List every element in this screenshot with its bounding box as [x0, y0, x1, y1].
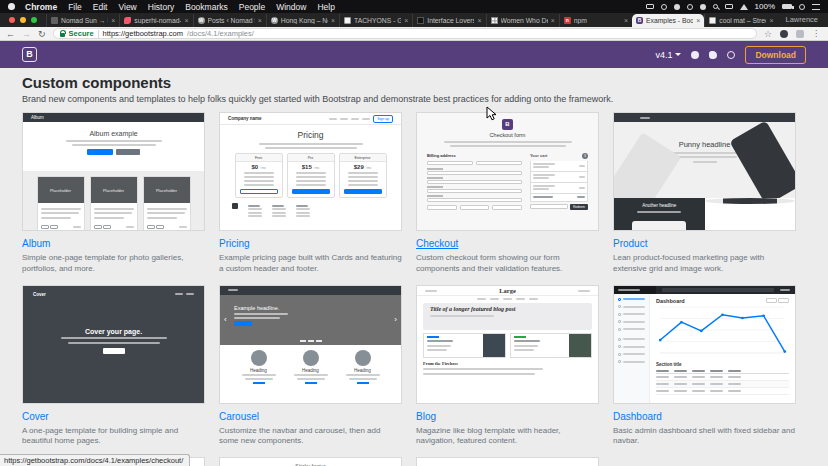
- browser-tab[interactable]: n npm ×: [559, 14, 632, 27]
- sticky-footer-navbar-thumbnail[interactable]: [416, 457, 599, 466]
- dashboard-link[interactable]: Dashboard: [613, 411, 662, 422]
- checkout-link[interactable]: Checkout: [416, 238, 458, 249]
- menubar-item[interactable]: History: [148, 2, 174, 12]
- pricing-link[interactable]: Pricing: [219, 238, 250, 249]
- screen-mirror-icon[interactable]: [646, 4, 654, 9]
- browser-tab[interactable]: superhi-nomad-sun ×: [119, 14, 192, 27]
- product-description: Lean product-focused marketing page with…: [613, 253, 796, 275]
- notification-center-icon[interactable]: [812, 4, 820, 10]
- browser-tab[interactable]: Nomad Sun → Proje ×: [46, 14, 119, 27]
- zoom-window-button[interactable]: [31, 17, 37, 23]
- album-secondary-button: [116, 149, 140, 155]
- tab-close-icon[interactable]: ×: [696, 17, 700, 24]
- product-thumbnail[interactable]: Punny headline Another headline Another …: [613, 112, 796, 231]
- spotlight-search-icon[interactable]: [713, 4, 718, 9]
- extension-icon[interactable]: [780, 30, 788, 38]
- macos-menubar: Chrome FileEditViewHistoryBookmarksPeopl…: [0, 0, 828, 13]
- browser-tab[interactable]: W Posts ‹ Nomad Sun ×: [193, 14, 266, 27]
- onepassword-icon[interactable]: [674, 4, 680, 10]
- extension-icon-2[interactable]: [796, 30, 804, 38]
- tab-close-icon[interactable]: ×: [111, 17, 115, 24]
- album-link[interactable]: Album: [22, 238, 50, 249]
- minimize-window-button[interactable]: [20, 17, 26, 23]
- browser-tab[interactable]: Interface Lovers | H ×: [412, 14, 485, 27]
- cart-summary: Your cart3 Redeem: [530, 153, 588, 211]
- album-thumb-hero: Album example: [23, 122, 204, 171]
- favicon-doc-icon: [344, 17, 351, 24]
- version-dropdown[interactable]: v4.1: [655, 50, 681, 60]
- carousel-thumb-columns: Heading Heading Heading: [220, 345, 401, 384]
- tab-close-icon[interactable]: ×: [258, 17, 262, 24]
- tab-title: Examples - Bootstrap: [646, 17, 693, 24]
- wifi-icon[interactable]: [740, 4, 748, 10]
- product-thumb-navbar: [614, 113, 795, 122]
- tab-close-icon[interactable]: ×: [769, 17, 773, 24]
- tab-close-icon[interactable]: ×: [404, 17, 408, 24]
- browser-tab[interactable]: Women Who Design ×: [486, 14, 559, 27]
- screen: Chrome FileEditViewHistoryBookmarksPeopl…: [0, 0, 828, 466]
- browser-tab[interactable]: B Examples - Bootstrap ×: [632, 14, 704, 27]
- siri-icon[interactable]: [799, 4, 805, 10]
- menubar-app-name[interactable]: Chrome: [25, 2, 57, 12]
- menubar-item[interactable]: Edit: [93, 2, 108, 12]
- menubar-item[interactable]: Bookmarks: [185, 2, 228, 12]
- forward-icon[interactable]: →: [22, 28, 31, 40]
- checkout-bootstrap-logo: B: [502, 119, 513, 130]
- example-card-carousel: ‹ › Example headline. Heading Heading He…: [219, 285, 402, 448]
- blog-thumbnail[interactable]: Large Title of a longer featured blog po…: [416, 285, 599, 404]
- back-icon[interactable]: ←: [6, 28, 15, 40]
- display-icon[interactable]: [725, 4, 733, 9]
- example-card-partial-sticky-navbar: [416, 457, 599, 466]
- browser-tab[interactable]: cool mat – Street fo ×: [704, 14, 777, 27]
- tab-close-icon[interactable]: ×: [184, 17, 188, 24]
- browser-tab[interactable]: TACHYONS - Gallery ×: [339, 14, 412, 27]
- dashboard-thumbnail[interactable]: Dashboard: [613, 285, 796, 404]
- menubar-item[interactable]: File: [68, 2, 82, 12]
- favicon-interface-lovers-icon: [417, 17, 424, 24]
- bootstrap-brand-logo[interactable]: B: [22, 47, 37, 62]
- slack-icon[interactable]: [727, 51, 735, 59]
- twitter-icon[interactable]: [709, 51, 717, 59]
- circle-status-icon[interactable]: [700, 4, 706, 10]
- apple-icon[interactable]: [8, 3, 15, 10]
- info-icon[interactable]: [661, 4, 667, 10]
- pricing-thumb-header: Company name Sign up: [220, 113, 401, 125]
- secure-label[interactable]: Secure: [69, 29, 94, 38]
- tab-close-icon[interactable]: ×: [551, 17, 555, 24]
- menubar-item[interactable]: Help: [317, 2, 334, 12]
- pricing-thumbnail[interactable]: Company name Sign up Pricing Free$0 / mo…: [219, 112, 402, 231]
- cover-button: [103, 348, 125, 354]
- browser-tab[interactable]: W Hong Kong – Nomad ×: [266, 14, 339, 27]
- blog-description: Magazine like blog template with header,…: [416, 426, 599, 448]
- menubar-item[interactable]: View: [118, 2, 136, 12]
- reload-icon[interactable]: ↻: [38, 28, 46, 40]
- github-icon[interactable]: [691, 51, 699, 59]
- flower-icon[interactable]: [687, 4, 693, 10]
- close-window-button[interactable]: [9, 17, 15, 23]
- tab-close-icon[interactable]: ×: [331, 17, 335, 24]
- carousel-link[interactable]: Carousel: [219, 411, 259, 422]
- menubar-item[interactable]: Window: [276, 2, 306, 12]
- blog-link[interactable]: Blog: [416, 411, 436, 422]
- battery-icon[interactable]: [782, 4, 792, 9]
- lock-icon: [60, 33, 65, 37]
- cart-count-badge: 3: [582, 153, 588, 159]
- checkout-thumbnail[interactable]: B Checkout form Billing address: [416, 112, 599, 231]
- favicon-superhi-icon: [124, 17, 131, 24]
- cover-link[interactable]: Cover: [22, 411, 49, 422]
- tab-close-icon[interactable]: ×: [624, 17, 628, 24]
- avatar-placeholder: [251, 350, 267, 366]
- album-thumbnail[interactable]: Album Album example Placeholder Placehol…: [22, 112, 205, 231]
- tab-close-icon[interactable]: ×: [477, 17, 481, 24]
- tab-title: TACHYONS - Gallery: [354, 17, 401, 24]
- address-bar[interactable]: Secure https://getbootstrap.com/docs/4.1…: [53, 28, 757, 39]
- sticky-footer-thumbnail[interactable]: Sticky footer: [219, 457, 402, 466]
- cover-thumbnail[interactable]: Cover Cover your page.: [22, 285, 205, 404]
- download-button[interactable]: Download: [745, 46, 806, 64]
- bookmark-star-icon[interactable]: ☆: [764, 29, 772, 39]
- carousel-thumbnail[interactable]: ‹ › Example headline. Heading Heading He…: [219, 285, 402, 404]
- chrome-menu-icon[interactable]: ⋮: [812, 29, 820, 38]
- profile-name[interactable]: Lawrence: [777, 15, 828, 27]
- menubar-item[interactable]: People: [239, 2, 265, 12]
- product-link[interactable]: Product: [613, 238, 647, 249]
